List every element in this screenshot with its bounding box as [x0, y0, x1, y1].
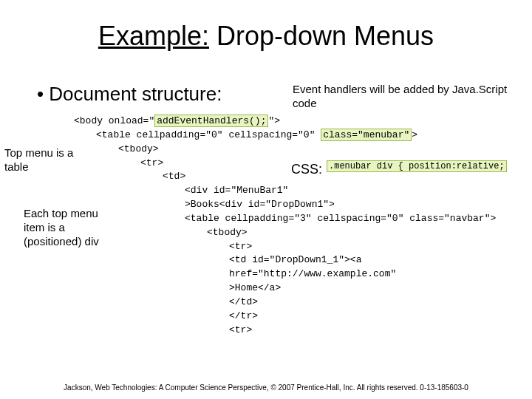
- title-underlined: Example:: [98, 21, 209, 51]
- title-rest: Drop-down Menus: [209, 21, 434, 51]
- slide: Example: Drop-down Menus Document struct…: [0, 0, 532, 399]
- annotation-event-handlers: Event handlers will be added by Java.Scr…: [293, 83, 514, 111]
- code-sample: <body onload="addEventHandlers();"> <tab…: [74, 115, 496, 338]
- footer-citation: Jackson, Web Technologies: A Computer Sc…: [0, 383, 532, 392]
- slide-title: Example: Drop-down Menus: [0, 21, 532, 52]
- section-heading: Document structure:: [37, 83, 222, 106]
- annotation-top-menu-table: Top menu is a table: [4, 146, 78, 174]
